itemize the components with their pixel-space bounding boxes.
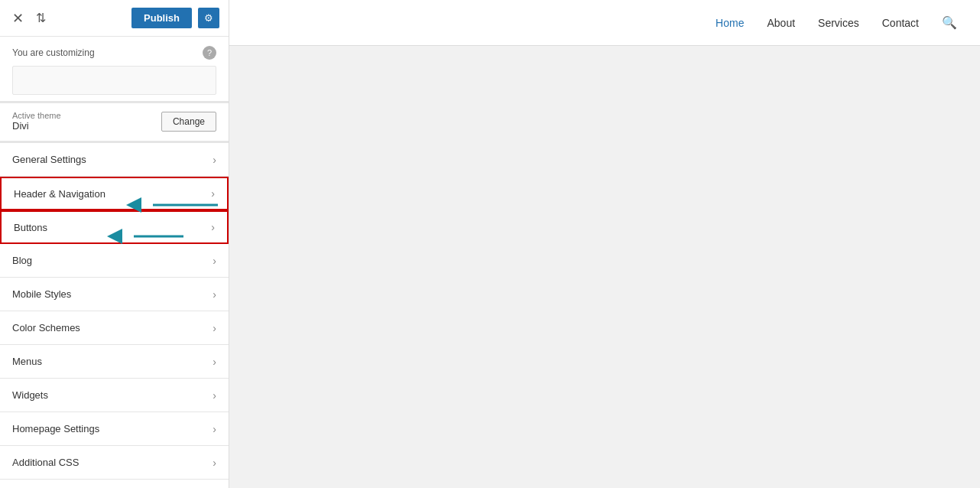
menu-item-label: Additional CSS: [12, 457, 79, 468]
settings-button[interactable]: ⚙: [198, 8, 219, 28]
sort-button[interactable]: ⇅: [33, 8, 49, 28]
menu-item-additional-css[interactable]: Additional CSS ›: [0, 446, 229, 480]
menu-item-label: Mobile Styles: [12, 288, 71, 300]
menu-item-label: Menus: [12, 356, 42, 367]
chevron-right-icon: ›: [213, 322, 216, 334]
menu-item-label: Header & Navigation: [14, 188, 105, 200]
menu-item-homepage-settings[interactable]: Homepage Settings ›: [0, 412, 229, 446]
customizing-section: You are customizing ?: [0, 37, 229, 103]
chevron-right-icon: ›: [213, 288, 216, 301]
menu-item-label: Color Schemes: [12, 322, 80, 333]
close-button[interactable]: ✕: [9, 7, 27, 30]
chevron-right-icon: ›: [213, 389, 216, 402]
help-icon[interactable]: ?: [203, 46, 216, 60]
menu-item-label: Blog: [12, 255, 32, 266]
top-nav: HomeAboutServicesContact🔍: [229, 0, 980, 46]
theme-info: Active theme Divi: [12, 111, 61, 132]
menu-item-widgets[interactable]: Widgets ›: [0, 379, 229, 412]
menu-item-label: General Settings: [12, 154, 86, 165]
menu-item-mobile-styles[interactable]: Mobile Styles ›: [0, 278, 229, 311]
top-bar: ✕ ⇅ Publish ⚙: [0, 0, 229, 37]
active-theme-section: Active theme Divi Change: [0, 103, 229, 143]
change-theme-button[interactable]: Change: [161, 112, 216, 132]
menu-item-buttons[interactable]: Buttons ›: [0, 210, 229, 244]
search-icon[interactable]: 🔍: [942, 15, 957, 30]
menu-item-header-navigation[interactable]: Header & Navigation ›: [0, 177, 229, 210]
menu-list: General Settings › Header & Navigation ›…: [0, 143, 229, 488]
nav-link-services[interactable]: Services: [818, 17, 859, 29]
menu-item-general-settings[interactable]: General Settings ›: [0, 143, 229, 177]
main-content: [229, 46, 980, 488]
menu-item-label: Homepage Settings: [12, 423, 99, 434]
theme-label: Active theme: [12, 111, 61, 120]
chevron-right-icon: ›: [213, 423, 216, 435]
nav-link-contact[interactable]: Contact: [882, 17, 919, 29]
publish-button[interactable]: Publish: [131, 8, 192, 28]
nav-link-home[interactable]: Home: [716, 17, 744, 29]
chevron-right-icon: ›: [213, 154, 216, 166]
menu-item-blog[interactable]: Blog ›: [0, 244, 229, 278]
chevron-right-icon: ›: [213, 457, 216, 469]
menu-item-label: Widgets: [12, 389, 48, 401]
menu-item-menus[interactable]: Menus ›: [0, 345, 229, 379]
theme-name: Divi: [12, 120, 61, 132]
chevron-right-icon: ›: [211, 187, 215, 200]
chevron-right-icon: ›: [213, 255, 216, 267]
preview-box: [12, 66, 216, 95]
nav-link-about[interactable]: About: [767, 17, 795, 29]
menu-item-color-schemes[interactable]: Color Schemes ›: [0, 311, 229, 345]
chevron-right-icon: ›: [213, 356, 216, 368]
menu-item-label: Buttons: [14, 222, 47, 233]
customizing-label: You are customizing: [12, 47, 95, 58]
chevron-right-icon: ›: [211, 221, 215, 233]
